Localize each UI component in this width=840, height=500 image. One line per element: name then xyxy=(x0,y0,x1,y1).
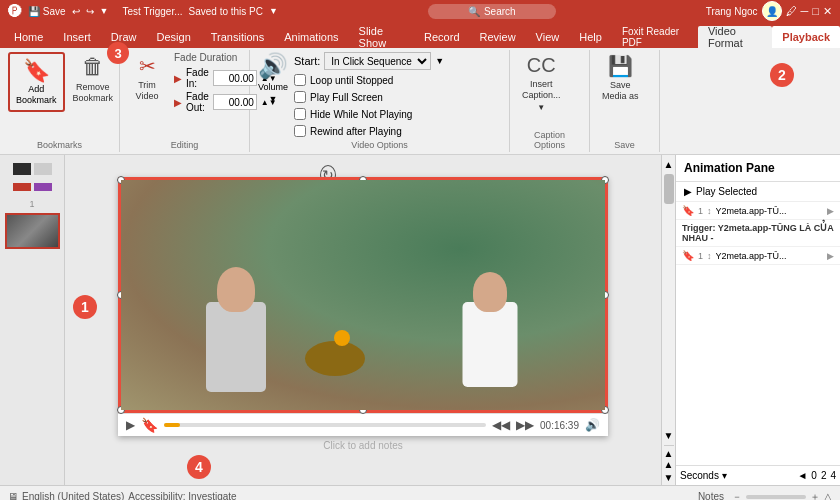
video-options-label: Video Options xyxy=(258,138,501,150)
tab-transitions[interactable]: Transitions xyxy=(201,26,274,48)
insert-captions-arrow[interactable]: ▼ xyxy=(537,103,545,112)
scroll-down-btn[interactable]: ▼ xyxy=(662,428,676,443)
color-swatch-row2 xyxy=(13,183,52,191)
anim-pane-footer: Seconds ▾ ◄ 0 2 4 xyxy=(676,465,840,485)
number-2-badge: 2 xyxy=(770,63,794,87)
anim-item-1-play-btn[interactable]: ▶ xyxy=(827,206,834,216)
seconds-label[interactable]: Seconds ▾ xyxy=(680,470,727,481)
tab-foxit[interactable]: Foxit Reader PDF xyxy=(612,26,698,48)
number-1-badge: 1 xyxy=(73,295,97,319)
accessibility-label[interactable]: Accessibility: Investigate xyxy=(128,491,236,500)
next-frame-btn[interactable]: ▶▶ xyxy=(516,418,534,432)
start-label: Start: xyxy=(294,55,320,67)
scroll-btn-4[interactable]: ▼ xyxy=(664,472,674,483)
volume-icon: 🔊 xyxy=(258,52,288,80)
title-bar: 🅟 💾 Save ↩ ↪ ▼ Test Trigger... Saved to … xyxy=(0,0,840,22)
scroll-thumb[interactable] xyxy=(664,174,674,204)
loop-checkbox[interactable] xyxy=(294,74,306,86)
hide-checkbox[interactable] xyxy=(294,108,306,120)
main-scrollbar[interactable]: ▲ ▼ ▲ ▲ ▼ xyxy=(661,155,675,485)
tab-home[interactable]: Home xyxy=(4,26,53,48)
ribbon-group-save: 💾 SaveMedia as Save xyxy=(590,50,660,152)
close-btn[interactable]: ✕ xyxy=(823,5,832,18)
scroll-up-btn[interactable]: ▲ xyxy=(662,157,676,172)
tab-animations[interactable]: Animations xyxy=(274,26,348,48)
fade-in-label: Fade In: xyxy=(186,67,209,89)
person-left xyxy=(194,247,279,392)
captions-content: CC InsertCaption... ▼ xyxy=(518,52,565,128)
insert-captions-icon: CC xyxy=(527,54,556,77)
page-4-btn[interactable]: 4 xyxy=(830,470,836,481)
zoom-out-btn[interactable]: － xyxy=(732,490,742,501)
prev-frame-btn[interactable]: ◀◀ xyxy=(492,418,510,432)
tab-video-format[interactable]: Video Format xyxy=(698,26,772,48)
play-button[interactable]: ▶ xyxy=(126,418,135,432)
tab-design[interactable]: Design xyxy=(147,26,201,48)
rewind-checkbox[interactable] xyxy=(294,125,306,137)
trim-video-button[interactable]: ✂ TrimVideo xyxy=(128,52,166,104)
powerpoint-icon: 🖥 xyxy=(8,491,18,500)
redo-btn[interactable]: ↪ xyxy=(86,6,94,17)
start-select[interactable]: In Click Sequence Automatically When Cli… xyxy=(324,52,431,70)
prev-page-btn[interactable]: ◄ xyxy=(797,470,807,481)
editing-label: Editing xyxy=(128,138,241,150)
bookmark-indicator[interactable]: 🔖 xyxy=(141,417,158,433)
slide-thumbnail-1[interactable] xyxy=(5,213,60,249)
animation-pane-title: Animation Pane xyxy=(676,155,840,182)
dropdown-arrow[interactable]: ▼ xyxy=(269,6,278,16)
fit-slide-btn[interactable]: △ xyxy=(824,491,832,500)
tab-playback[interactable]: Playback xyxy=(772,26,840,48)
notes-btn[interactable]: Notes xyxy=(698,491,724,500)
tab-slideshow[interactable]: Slide Show xyxy=(349,26,414,48)
video-content xyxy=(121,180,605,410)
anim-play-label: Play Selected xyxy=(696,186,757,197)
add-bookmark-button[interactable]: 🔖 AddBookmark xyxy=(8,52,65,112)
add-notes[interactable]: Click to add notes xyxy=(118,436,608,455)
customize-btn[interactable]: ▼ xyxy=(100,6,109,16)
anim-play-selected-button[interactable]: ▶ Play Selected xyxy=(676,182,840,202)
play-fullscreen-checkbox[interactable] xyxy=(294,91,306,103)
anim-item-2-play-btn[interactable]: ▶ xyxy=(827,251,834,261)
slide-panel: 1 xyxy=(0,155,65,485)
undo-btn[interactable]: ↩ xyxy=(72,6,80,17)
anim-item-2-num: 1 xyxy=(698,251,703,261)
insert-captions-button[interactable]: CC InsertCaption... ▼ xyxy=(518,52,565,114)
volume-button[interactable]: 🔊 xyxy=(585,418,600,432)
search-icon: 🔍 xyxy=(468,6,480,17)
share-btn[interactable]: 🖊 xyxy=(786,5,797,17)
scroll-btn-3[interactable]: ▲ xyxy=(664,459,674,470)
start-dropdown-arrow[interactable]: ▼ xyxy=(435,56,444,66)
save-media-icon: 💾 xyxy=(608,54,633,78)
volume-dropdown-arrow[interactable]: ▼ xyxy=(269,94,278,104)
maximize-btn[interactable]: □ xyxy=(812,5,819,17)
progress-bar[interactable] xyxy=(164,423,486,427)
volume-label: Volume xyxy=(258,82,288,92)
search-placeholder[interactable]: Search xyxy=(484,6,516,17)
zoom-slider[interactable] xyxy=(746,495,806,499)
tab-review[interactable]: Review xyxy=(470,26,526,48)
save-media-label: SaveMedia as xyxy=(602,80,639,102)
save-btn[interactable]: 💾 Save xyxy=(28,6,66,17)
tab-help[interactable]: Help xyxy=(569,26,612,48)
anim-item-2[interactable]: 🔖 1 ↕ Y2meta.app-TŪ... ▶ xyxy=(676,247,840,265)
tab-view[interactable]: View xyxy=(526,26,570,48)
minimize-btn[interactable]: ─ xyxy=(801,5,809,17)
save-media-button[interactable]: 💾 SaveMedia as xyxy=(598,52,643,104)
save-status: Saved to this PC xyxy=(189,6,263,17)
scroll-btn-2[interactable]: ▲ xyxy=(664,448,674,459)
page-0-btn[interactable]: 0 xyxy=(811,470,817,481)
bookmarks-content: 🔖 AddBookmark 🗑 RemoveBookmark 3 xyxy=(8,52,117,138)
tab-record[interactable]: Record xyxy=(414,26,469,48)
slide-container: ▶ 🔖 ◀◀ ▶▶ 00:16:39 🔊 xyxy=(118,177,608,436)
anim-item-1[interactable]: 🔖 1 ↕ Y2meta.app-TŪ... ▶ xyxy=(676,202,840,220)
fade-in-arrow: ▶ xyxy=(174,73,182,84)
color-swatch-purple xyxy=(34,183,52,191)
tab-insert[interactable]: Insert xyxy=(53,26,101,48)
anim-item-1-icon: 🔖 xyxy=(682,205,694,216)
ribbon-group-editing: ✂ TrimVideo Fade Duration ▶ Fade In: ▲▼ … xyxy=(120,50,250,152)
color-swatches xyxy=(9,159,56,179)
page-2-btn[interactable]: 2 xyxy=(821,470,827,481)
ribbon-group-captions: CC InsertCaption... ▼ Caption Options xyxy=(510,50,590,152)
hide-label: Hide While Not Playing xyxy=(310,109,412,120)
zoom-in-btn[interactable]: ＋ xyxy=(810,490,820,501)
